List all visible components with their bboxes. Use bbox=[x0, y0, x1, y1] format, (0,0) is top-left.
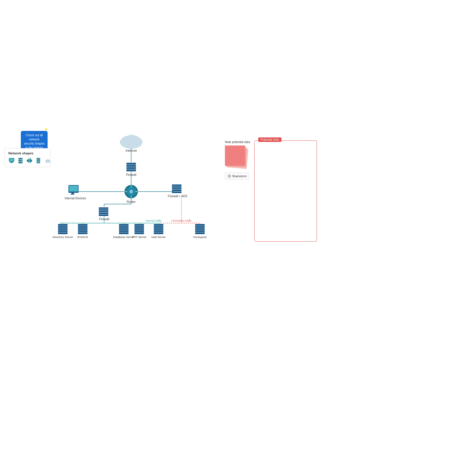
svg-point-46 bbox=[129, 190, 133, 193]
svg-rect-95 bbox=[119, 230, 129, 232]
svg-rect-19 bbox=[37, 162, 40, 162]
svg-text:Internet: Internet bbox=[126, 149, 137, 152]
svg-rect-34 bbox=[126, 165, 136, 166]
svg-rect-16 bbox=[37, 158, 40, 159]
svg-rect-87 bbox=[78, 228, 87, 230]
shape-server-icon[interactable] bbox=[18, 157, 24, 164]
svg-text:Directory Server: Directory Server bbox=[53, 235, 73, 239]
svg-point-30 bbox=[120, 136, 142, 148]
svg-rect-66 bbox=[99, 209, 108, 211]
brainstorm-label: Brainstorm bbox=[232, 175, 247, 178]
svg-rect-17 bbox=[37, 159, 40, 160]
svg-rect-92 bbox=[119, 224, 129, 226]
shape-stack-icon[interactable] bbox=[36, 157, 42, 164]
svg-rect-12 bbox=[30, 158, 31, 159]
svg-point-28 bbox=[128, 135, 140, 144]
svg-rect-101 bbox=[134, 228, 144, 230]
svg-rect-33 bbox=[126, 163, 136, 164]
svg-rect-14 bbox=[30, 162, 31, 163]
svg-rect-50 bbox=[68, 185, 79, 193]
svg-text:Honeypots: Honeypots bbox=[193, 235, 207, 239]
svg-rect-113 bbox=[195, 224, 205, 226]
svg-point-9 bbox=[21, 162, 22, 163]
svg-rect-79 bbox=[58, 226, 68, 228]
svg-text:RADIUS: RADIUS bbox=[77, 235, 88, 239]
brainstorm-button[interactable]: Brainstorm bbox=[225, 173, 249, 179]
svg-rect-93 bbox=[119, 226, 129, 228]
svg-text:Mail Server: Mail Server bbox=[151, 235, 166, 239]
svg-point-8 bbox=[21, 160, 22, 161]
svg-rect-68 bbox=[99, 213, 108, 214]
svg-rect-11 bbox=[29, 158, 29, 159]
svg-point-41 bbox=[126, 187, 136, 196]
shapes-panel: Network shapes bbox=[4, 148, 51, 167]
svg-rect-110 bbox=[154, 232, 163, 234]
sticky-note-front bbox=[225, 145, 245, 166]
svg-rect-117 bbox=[195, 232, 205, 234]
svg-rect-108 bbox=[154, 228, 163, 230]
svg-text:Anomalous traffic: Anomalous traffic bbox=[171, 219, 192, 222]
svg-rect-96 bbox=[119, 232, 129, 234]
hint-star-icon: ✦ bbox=[44, 126, 48, 133]
svg-rect-80 bbox=[58, 228, 68, 230]
svg-point-40 bbox=[125, 185, 138, 198]
shape-router-icon[interactable] bbox=[26, 157, 34, 164]
brainstorm-icon bbox=[228, 174, 231, 178]
svg-rect-115 bbox=[195, 228, 205, 230]
svg-rect-67 bbox=[99, 211, 108, 212]
note-panel: Note potential risks Brainstorm bbox=[225, 140, 258, 179]
svg-rect-102 bbox=[134, 230, 144, 232]
svg-rect-20 bbox=[37, 163, 40, 163]
svg-rect-99 bbox=[134, 224, 144, 226]
svg-rect-107 bbox=[154, 226, 163, 228]
svg-rect-69 bbox=[99, 214, 108, 216]
svg-text:Firewall: Firewall bbox=[126, 173, 136, 176]
shapes-panel-title: Network shapes bbox=[8, 151, 47, 155]
svg-rect-3 bbox=[9, 158, 14, 162]
svg-text:Firewall: Firewall bbox=[99, 217, 109, 221]
svg-text:Internal Devices: Internal Devices bbox=[65, 197, 86, 200]
shape-computer-icon[interactable] bbox=[8, 157, 16, 164]
svg-rect-82 bbox=[58, 232, 68, 234]
svg-rect-13 bbox=[29, 162, 29, 163]
svg-rect-51 bbox=[69, 186, 78, 192]
svg-point-15 bbox=[29, 160, 30, 162]
svg-point-27 bbox=[121, 136, 133, 145]
svg-rect-36 bbox=[126, 168, 136, 170]
svg-rect-35 bbox=[126, 166, 136, 168]
svg-rect-114 bbox=[195, 226, 205, 228]
svg-rect-53 bbox=[71, 194, 75, 195]
svg-rect-88 bbox=[78, 230, 87, 232]
svg-text:Router: Router bbox=[127, 200, 136, 203]
svg-rect-94 bbox=[119, 228, 129, 230]
svg-rect-103 bbox=[134, 232, 144, 234]
risks-panel-label: Potential risks bbox=[258, 137, 281, 142]
svg-rect-100 bbox=[134, 226, 144, 228]
risks-panel: Potential risks bbox=[254, 140, 317, 242]
svg-point-7 bbox=[21, 159, 22, 159]
note-panel-title: Note potential risks bbox=[225, 140, 258, 144]
svg-point-26 bbox=[120, 136, 143, 149]
svg-rect-106 bbox=[154, 224, 163, 226]
shape-cloud-icon[interactable] bbox=[44, 157, 52, 164]
svg-rect-60 bbox=[172, 192, 181, 193]
svg-point-25 bbox=[46, 160, 50, 163]
shapes-row bbox=[8, 157, 47, 164]
svg-text:FTP Server: FTP Server bbox=[132, 235, 146, 239]
svg-rect-59 bbox=[172, 190, 181, 191]
svg-rect-89 bbox=[78, 232, 87, 234]
svg-rect-116 bbox=[195, 230, 205, 232]
svg-text:Database Server: Database Server bbox=[113, 235, 134, 239]
svg-rect-78 bbox=[58, 224, 68, 226]
svg-rect-81 bbox=[58, 230, 68, 232]
svg-rect-58 bbox=[172, 188, 181, 190]
svg-rect-85 bbox=[78, 224, 87, 226]
svg-rect-86 bbox=[78, 226, 87, 228]
svg-rect-109 bbox=[154, 230, 163, 232]
svg-point-29 bbox=[126, 135, 137, 143]
svg-rect-52 bbox=[71, 193, 74, 194]
svg-rect-1 bbox=[11, 162, 12, 162]
svg-rect-37 bbox=[126, 170, 136, 171]
svg-rect-65 bbox=[99, 207, 108, 209]
diagram-svg: Internet Firewall Router Internal Device… bbox=[0, 0, 476, 476]
